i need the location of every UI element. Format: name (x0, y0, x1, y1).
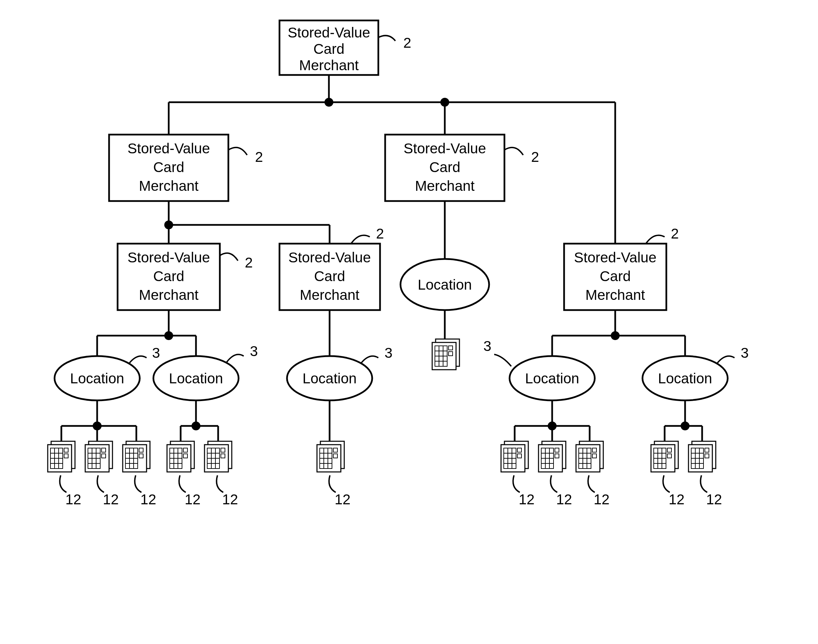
location-a2-text: Location (169, 370, 223, 386)
ref-merchant-root: 2 (403, 35, 411, 51)
merchant-l2b-l1: Stored-Value (289, 250, 371, 265)
merchant-l1-center-l2: Card (429, 159, 460, 175)
ref-location-b: 3 (384, 345, 392, 361)
ref-term-a1-1: 12 (66, 491, 81, 508)
location-c1-text: Location (525, 370, 579, 386)
ref-merchant-l1-center: 2 (531, 149, 539, 165)
merchant-l2c-l2: Card (600, 268, 631, 284)
merchant-l2b: Stored-Value Card Merchant 2 (279, 225, 384, 310)
terminal-a1-2 (85, 441, 112, 472)
location-c2: Location 3 (643, 345, 749, 400)
terminal-a1-1 (48, 441, 75, 472)
terminal-center-loc (432, 339, 459, 370)
merchant-l1-left-l1: Stored-Value (127, 140, 210, 156)
ref-term-c2-2: 12 (706, 491, 722, 508)
terminal-a2-1 (167, 441, 194, 472)
ref-term-a2-1: 12 (185, 491, 201, 508)
merchant-l1-left-l2: Card (153, 159, 184, 175)
merchant-root-l2: Card (313, 41, 344, 57)
merchant-root-l3: Merchant (299, 57, 359, 73)
merchant-l2c: Stored-Value Card Merchant 2 (564, 225, 679, 310)
merchant-l1-center-l3: Merchant (415, 178, 474, 194)
ref-term-c2-1: 12 (669, 491, 685, 508)
ref-term-a1-2: 12 (103, 491, 119, 508)
location-b-text: Location (303, 370, 357, 386)
merchant-l2a-l1: Stored-Value (127, 250, 210, 265)
merchant-l1-center-l1: Stored-Value (404, 140, 486, 156)
merchant-l2a: Stored-Value Card Merchant 2 (118, 244, 253, 310)
terminal-c2-1 (651, 441, 678, 472)
diagram-root: Stored-Value Card Merchant 2 Stored-Valu… (0, 0, 818, 644)
ref-location-c1: 3 (483, 338, 491, 354)
location-b: Location 3 (287, 345, 393, 400)
merchant-l2b-l2: Card (314, 268, 345, 284)
merchant-l2c-l1: Stored-Value (574, 250, 657, 265)
ref-term-a1-3: 12 (140, 491, 157, 508)
ref-merchant-l1-left: 2 (255, 149, 263, 165)
ref-term-c1-2: 12 (556, 491, 572, 508)
ref-merchant-l2b: 2 (376, 225, 384, 242)
location-a1: Location 3 (55, 345, 160, 400)
terminal-b-1 (317, 441, 344, 472)
ref-merchant-l2a: 2 (245, 255, 253, 271)
location-a2: Location 3 (153, 343, 258, 400)
location-center: Location (401, 259, 489, 310)
merchant-l2a-l2: Card (153, 268, 184, 284)
merchant-l1-left-l3: Merchant (139, 178, 198, 194)
terminal-c2-2 (689, 441, 716, 472)
location-c2-text: Location (658, 370, 712, 386)
ref-term-c1-3: 12 (594, 491, 610, 508)
terminal-c1-3 (576, 441, 603, 472)
terminal-c1-2 (539, 441, 566, 472)
ref-location-c2: 3 (741, 345, 749, 361)
merchant-root-l1: Stored-Value (288, 25, 370, 41)
ref-location-a1: 3 (152, 345, 160, 361)
ref-term-c1-1: 12 (519, 491, 535, 508)
terminal-a1-3 (123, 441, 150, 472)
location-a1-text: Location (70, 370, 124, 386)
location-center-text: Location (418, 277, 472, 293)
merchant-root: Stored-Value Card Merchant 2 (279, 20, 411, 75)
merchant-l2a-l3: Merchant (139, 287, 198, 303)
ref-merchant-l2c: 2 (671, 225, 678, 242)
location-c1: Location 3 (483, 338, 595, 400)
ref-term-a2-2: 12 (222, 491, 238, 508)
merchant-l1-left: Stored-Value Card Merchant 2 (109, 135, 263, 201)
merchant-l2c-l3: Merchant (585, 287, 645, 303)
ref-location-a2: 3 (250, 343, 258, 359)
merchant-l1-center: Stored-Value Card Merchant 2 (385, 135, 539, 201)
ref-term-b-1: 12 (335, 491, 351, 508)
terminal-c1-1 (501, 441, 528, 472)
merchant-l2b-l3: Merchant (299, 287, 359, 303)
terminal-a2-2 (204, 441, 232, 472)
